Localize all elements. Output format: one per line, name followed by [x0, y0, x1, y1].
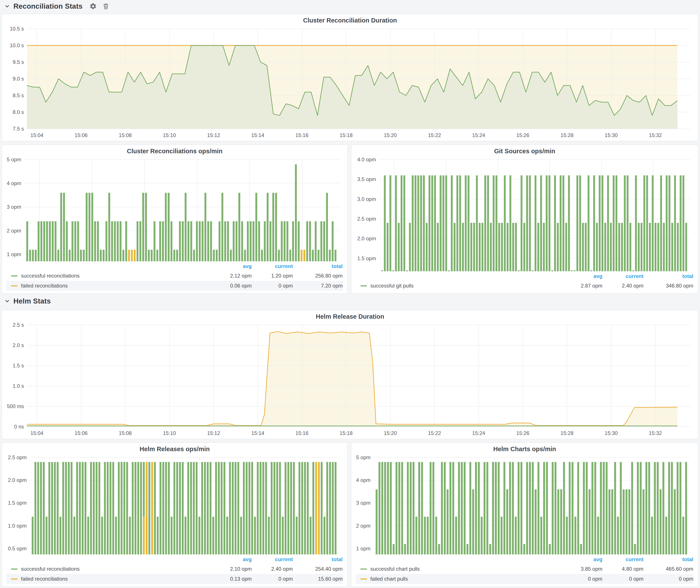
trash-icon[interactable]	[102, 3, 109, 10]
panel-title[interactable]: Helm Release Duration	[2, 310, 698, 322]
legend-value: 7.20 opm	[293, 283, 343, 289]
series-color-dash-icon	[11, 285, 18, 286]
legend-series-toggle[interactable]: failed chart pulls	[356, 576, 564, 582]
helm-release-duration-chart[interactable]: 0 ns500 ms1.0 s1.5 s2.0 s2.5 s15:0415:06…	[2, 322, 698, 439]
legend-value: 0 opm	[564, 576, 603, 582]
panel-title[interactable]: Cluster Reconciliations ops/min	[2, 145, 347, 157]
cluster-reconciliations-chart[interactable]: 0 opm1 opm2 opm3 opm4 opm5 opm15:0515:10…	[2, 157, 347, 261]
legend-series-toggle[interactable]: successful chart pulls	[356, 566, 564, 572]
panel-title[interactable]: Helm Charts ops/min	[351, 443, 698, 454]
legend-sort-total[interactable]: total	[644, 556, 694, 562]
svg-text:8.0 s: 8.0 s	[13, 109, 24, 115]
svg-text:2.0 opm: 2.0 opm	[8, 477, 27, 483]
legend-header: avgcurrenttotal	[356, 272, 694, 281]
section-header-helm-stats[interactable]: Helm Stats	[5, 297, 51, 305]
legend-value: 4.80 opm	[603, 566, 644, 572]
svg-text:15:10: 15:10	[163, 132, 176, 138]
legend-row: failed chart pulls0 opm0 opm0 opm	[356, 574, 694, 584]
legend-sort-current[interactable]: current	[252, 556, 293, 562]
cluster-reconciliation-duration-chart[interactable]: 7.5 s8.0 s8.5 s9.0 s9.5 s10.0 s10.5 s15:…	[2, 26, 698, 141]
chevron-down-icon[interactable]	[5, 4, 10, 9]
legend-series-toggle[interactable]: failed reconciliations	[6, 283, 213, 289]
legend-sort-current[interactable]: current	[252, 263, 293, 269]
series-color-dash-icon	[11, 275, 18, 276]
legend-series-toggle[interactable]: successful reconciliations	[6, 566, 213, 572]
legend-series-name: failed reconciliations	[21, 283, 68, 289]
svg-text:15:26: 15:26	[516, 430, 529, 436]
svg-text:15:18: 15:18	[340, 430, 353, 436]
panel-git-sources-opm: Git Sources ops/min 1.0 opm1.5 opm2.0 op…	[351, 145, 698, 294]
legend-sort-avg[interactable]: avg	[564, 273, 603, 279]
legend-series-name: failed chart pulls	[370, 576, 408, 582]
legend-sort-current[interactable]: current	[603, 273, 644, 279]
svg-text:15:18: 15:18	[340, 132, 353, 138]
gear-icon[interactable]	[89, 3, 97, 10]
svg-text:15:14: 15:14	[251, 430, 264, 436]
legend-value: 256.80 opm	[293, 273, 343, 279]
legend-row: failed reconciliations0.13 opm0 opm15.60…	[6, 574, 343, 584]
legend-sort-avg[interactable]: avg	[213, 263, 252, 269]
helm-charts-chart[interactable]: 0 opm1 opm2 opm3 opm4 opm5 opm15:0515:10…	[351, 454, 698, 554]
panel-helm-release-duration: Helm Release Duration 0 ns500 ms1.0 s1.5…	[2, 310, 698, 439]
legend-value: 2.10 opm	[213, 566, 252, 572]
git-sources-chart[interactable]: 1.0 opm1.5 opm2.0 opm2.5 opm3.0 opm3.5 o…	[351, 157, 698, 271]
legend-series-toggle[interactable]: failed reconciliations	[6, 576, 213, 582]
legend-series-name: successful chart pulls	[370, 566, 420, 572]
legend-row: successful git pulls2.87 opm2.40 opm346.…	[356, 281, 694, 291]
svg-text:1 opm: 1 opm	[7, 251, 21, 257]
panel-title[interactable]: Cluster Reconciliation Duration	[2, 14, 698, 26]
legend-sort-total[interactable]: total	[293, 263, 343, 269]
legend-value: 2.40 opm	[252, 566, 293, 572]
svg-text:15:24: 15:24	[472, 132, 485, 138]
helm-releases-chart[interactable]: 0 opm0.5 opm1.0 opm1.5 opm2.0 opm2.5 opm…	[2, 454, 347, 554]
legend-value: 3.85 opm	[564, 566, 603, 572]
svg-text:10.5 s: 10.5 s	[10, 26, 24, 32]
legend: avgcurrenttotalsuccessful reconciliation…	[2, 261, 347, 293]
legend-value: 465.60 opm	[644, 566, 694, 572]
svg-text:2.5 s: 2.5 s	[13, 322, 24, 328]
svg-text:2 opm: 2 opm	[356, 523, 371, 529]
legend-value: 0.13 opm	[213, 576, 252, 582]
chevron-down-icon[interactable]	[5, 299, 10, 304]
panel-helm-charts-opm: Helm Charts ops/min 0 opm1 opm2 opm3 opm…	[351, 443, 698, 587]
legend-series-name: successful git pulls	[370, 283, 414, 289]
svg-text:15:06: 15:06	[75, 430, 88, 436]
series-color-dash-icon	[11, 569, 18, 570]
svg-text:4.0 opm: 4.0 opm	[357, 157, 376, 162]
svg-text:15:20: 15:20	[384, 132, 397, 138]
legend: avgcurrenttotalsuccessful reconciliation…	[2, 554, 347, 586]
legend-sort-avg[interactable]: avg	[564, 556, 603, 562]
svg-text:15:28: 15:28	[561, 430, 574, 436]
legend-value: 0.06 opm	[213, 283, 252, 289]
section-title[interactable]: Helm Stats	[13, 297, 51, 305]
legend: avgcurrenttotalsuccessful git pulls2.87 …	[351, 271, 698, 293]
svg-text:3.0 opm: 3.0 opm	[357, 196, 376, 202]
panel-helm-releases-opm: Helm Releases ops/min 0 opm0.5 opm1.0 op…	[2, 443, 348, 587]
legend-row: successful chart pulls3.85 opm4.80 opm46…	[356, 564, 694, 574]
svg-text:9.0 s: 9.0 s	[13, 76, 24, 82]
svg-text:0 ns: 0 ns	[14, 424, 24, 430]
svg-text:15:20: 15:20	[384, 430, 397, 436]
section-title[interactable]: Reconciliation Stats	[13, 2, 82, 10]
svg-text:0.5 opm: 0.5 opm	[8, 546, 27, 551]
svg-text:15:08: 15:08	[119, 132, 132, 138]
svg-text:15:12: 15:12	[207, 132, 220, 138]
legend-series-toggle[interactable]: successful git pulls	[356, 283, 564, 289]
svg-text:15:22: 15:22	[428, 132, 441, 138]
legend-series-toggle[interactable]: successful reconciliations	[6, 273, 213, 279]
panel-title[interactable]: Git Sources ops/min	[351, 145, 698, 157]
svg-text:1.0 opm: 1.0 opm	[8, 523, 27, 529]
legend-sort-avg[interactable]: avg	[213, 556, 252, 562]
svg-text:15:10: 15:10	[163, 430, 176, 436]
series-color-dash-icon	[11, 578, 18, 580]
panel-cluster-reconciliation-duration: Cluster Reconciliation Duration 7.5 s8.0…	[2, 14, 698, 141]
svg-text:7.5 s: 7.5 s	[13, 126, 24, 132]
legend-sort-total[interactable]: total	[644, 273, 694, 279]
svg-text:15:12: 15:12	[207, 430, 220, 436]
legend-sort-current[interactable]: current	[603, 556, 644, 562]
legend-value: 1.20 opm	[252, 273, 293, 279]
svg-text:15:32: 15:32	[649, 132, 662, 138]
legend-sort-total[interactable]: total	[293, 556, 343, 562]
section-header-reconciliation-stats[interactable]: Reconciliation Stats	[5, 2, 109, 10]
panel-title[interactable]: Helm Releases ops/min	[2, 443, 347, 454]
